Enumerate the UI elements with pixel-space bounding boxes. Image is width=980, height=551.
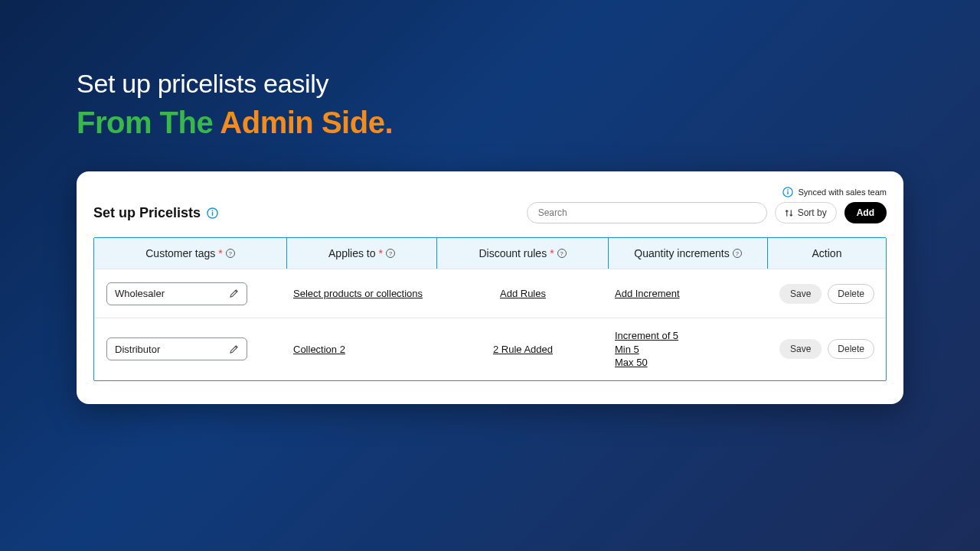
panel-title: Set up Pricelists bbox=[93, 205, 218, 221]
panel-header: Set up Pricelists Sort by Add bbox=[93, 202, 887, 223]
page-background: Set up pricelists easily From The Admin … bbox=[0, 0, 980, 551]
svg-point-1 bbox=[788, 189, 789, 191]
svg-rect-5 bbox=[212, 212, 214, 216]
column-discount-rules: Discount rules*? bbox=[437, 238, 609, 269]
delete-button[interactable]: Delete bbox=[828, 339, 874, 359]
help-icon[interactable]: ? bbox=[733, 249, 742, 258]
customer-tag-input[interactable]: Wholesaler bbox=[106, 282, 247, 305]
required-mark: * bbox=[218, 247, 222, 259]
delete-button[interactable]: Delete bbox=[828, 284, 874, 304]
subheading-part-2: Admin Side. bbox=[220, 106, 393, 139]
required-mark: * bbox=[379, 247, 383, 259]
help-icon[interactable]: ? bbox=[557, 249, 567, 258]
add-button[interactable]: Add bbox=[844, 202, 887, 223]
quantity-min-link[interactable]: Min 5 bbox=[615, 343, 762, 357]
pencil-icon bbox=[229, 289, 239, 298]
quantity-increment-link[interactable]: Add Increment bbox=[615, 287, 762, 301]
column-action: Action bbox=[768, 238, 886, 269]
save-button[interactable]: Save bbox=[779, 284, 822, 304]
table-row: Distributor Collection 2 2 Rule Added In… bbox=[94, 318, 886, 380]
applies-to-link[interactable]: Select products or collections bbox=[293, 288, 423, 299]
sync-status-text: Synced with sales team bbox=[798, 187, 887, 197]
customer-tag-value: Wholesaler bbox=[115, 288, 165, 299]
pricelist-table: Customer tags*? Applies to*? Discount ru… bbox=[93, 237, 887, 381]
discount-rules-link[interactable]: Add Rules bbox=[500, 288, 546, 299]
pricelists-panel: Synced with sales team Set up Pricelists… bbox=[77, 171, 903, 404]
table-row: Wholesaler Select products or collection… bbox=[94, 269, 886, 318]
save-button[interactable]: Save bbox=[779, 339, 822, 359]
subheading-part-1: From The bbox=[77, 106, 220, 139]
sort-by-button[interactable]: Sort by bbox=[775, 202, 837, 223]
discount-rules-link[interactable]: 2 Rule Added bbox=[493, 344, 553, 355]
help-icon[interactable]: ? bbox=[226, 249, 235, 258]
column-customer-tags: Customer tags*? bbox=[94, 238, 287, 269]
panel-title-text: Set up Pricelists bbox=[93, 205, 201, 221]
quantity-max-link[interactable]: Max 50 bbox=[615, 356, 762, 370]
sort-by-label: Sort by bbox=[798, 207, 827, 218]
applies-to-link[interactable]: Collection 2 bbox=[293, 344, 345, 355]
info-icon bbox=[782, 187, 793, 197]
sync-status: Synced with sales team bbox=[93, 187, 887, 197]
sort-icon bbox=[785, 209, 793, 217]
quantity-increment-link[interactable]: Increment of 5 bbox=[615, 329, 762, 343]
search-input[interactable] bbox=[527, 202, 767, 223]
column-applies-to: Applies to*? bbox=[287, 238, 437, 269]
marketing-subheading: From The Admin Side. bbox=[77, 106, 393, 140]
table-header: Customer tags*? Applies to*? Discount ru… bbox=[94, 238, 886, 269]
required-mark: * bbox=[550, 247, 554, 259]
customer-tag-input[interactable]: Distributor bbox=[106, 337, 247, 360]
pencil-icon bbox=[229, 344, 239, 354]
svg-rect-2 bbox=[788, 191, 789, 194]
customer-tag-value: Distributor bbox=[115, 344, 160, 355]
marketing-heading: Set up pricelists easily bbox=[77, 69, 328, 99]
column-quantity-increments: Quantity increments ? bbox=[609, 238, 768, 269]
info-icon bbox=[207, 207, 218, 219]
svg-point-4 bbox=[212, 210, 214, 211]
help-icon[interactable]: ? bbox=[386, 249, 395, 258]
